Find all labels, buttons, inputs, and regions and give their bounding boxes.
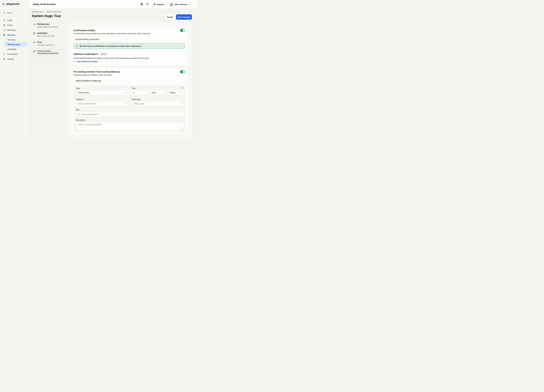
chevron-down-icon: [180, 103, 182, 105]
sparkles-icon: [146, 3, 149, 6]
sidebar-item-marketing[interactable]: Marketing: [0, 28, 29, 32]
calendar-icon: 12: [3, 34, 6, 36]
add-reminder-button[interactable]: Add a reminder or follow-up: [74, 78, 104, 83]
time-relation-select[interactable]: Before: [168, 90, 184, 95]
time-unit-select[interactable]: Hours: [149, 90, 167, 95]
type-select[interactable]: Create a task: [76, 90, 129, 95]
sidebar-item-settings[interactable]: Settings: [0, 57, 29, 61]
reminder-card-description: Schedule actions for before or after the…: [74, 74, 112, 76]
document-icon: [3, 24, 6, 26]
title-label: Title: [76, 109, 79, 111]
megaphone-icon: [33, 50, 36, 56]
sidebar-item-bookings[interactable]: Bookings: [0, 38, 29, 41]
confirmation-card-description: A confirmation email will be sent to the…: [74, 32, 150, 35]
step-title: Communication: [37, 50, 58, 52]
type-select-value: Create a task: [78, 92, 89, 94]
step-communication-selected[interactable]: Communication Automated emails/SMS: [32, 49, 64, 57]
action-type-label: Action type: [131, 98, 141, 100]
app-logo: playground: [2, 2, 19, 6]
time-relation-value: Before: [170, 92, 176, 94]
sidebar-item-label: Marketing: [7, 29, 16, 31]
step-availability[interactable]: Availability When leads can book: [32, 32, 64, 37]
plus-icon: [74, 61, 76, 63]
user-name: Diane Skinner: [175, 3, 187, 6]
add-additional-email-link[interactable]: Add additional email(s): [74, 60, 97, 63]
cancel-button[interactable]: Cancel: [165, 14, 175, 20]
sidebar-item-automations[interactable]: Automations: [0, 52, 29, 56]
confirmation-notice: We will send a confirmation to the prima…: [74, 43, 185, 49]
sidebar-item-leads[interactable]: Leads: [0, 18, 29, 22]
user-menu-button[interactable]: Diane Skinner: [168, 1, 192, 7]
search-label: Search: [6, 12, 12, 14]
sidebar-item-availability[interactable]: Availability: [0, 47, 29, 51]
step-meeting-type[interactable]: Meeting type Details about the meeting: [32, 23, 64, 28]
document-icon: [33, 41, 35, 47]
search-icon: [3, 12, 5, 14]
support-button[interactable]: Support: [151, 2, 166, 7]
step-subtitle: Automated emails/SMS: [37, 52, 58, 54]
reminder-toggle[interactable]: [180, 70, 185, 73]
meetings-submenu: Bookings Meeting types Availability: [0, 38, 29, 51]
sidebar-item-label: Leads: [7, 19, 12, 21]
step-title: Form: [37, 41, 54, 44]
settings-panel: Confirmation email(s) A confirmation ema…: [67, 22, 192, 138]
ai-assistant-button[interactable]: [146, 3, 149, 6]
sidebar-item-label: Forms: [7, 24, 12, 26]
avatar: [170, 2, 173, 6]
top-bar: Happy Hands Brooklyn Support: [29, 0, 197, 9]
sidebar-item-label: Bookings: [8, 39, 15, 41]
chevron-down-icon: [188, 3, 190, 5]
trash-icon: [182, 87, 183, 89]
optional-badge: Optional: [100, 53, 108, 56]
lightning-icon: [3, 53, 6, 55]
step-subtitle: The form leads fill out: [37, 44, 54, 47]
support-label: Support: [157, 3, 164, 6]
sidebar: playground Search Leads Forms Marke: [0, 0, 29, 142]
step-subtitle: Details about the meeting: [37, 26, 58, 28]
additional-emails-title: Additional emails/reply to: [74, 53, 98, 55]
breadcrumb: Meeting types / Harlem Hugs Tour: [32, 11, 61, 13]
assign-to-select[interactable]: Select a staff member: [76, 101, 129, 106]
delete-reminder-button[interactable]: [182, 87, 183, 89]
step-form[interactable]: Form The form leads fill out: [32, 41, 64, 47]
chevron-down-icon: [163, 92, 165, 94]
handshake-icon: [33, 23, 36, 28]
calendar-dots-icon: [33, 32, 35, 37]
additional-emails-description: Emails specified below will receive a co…: [74, 57, 149, 59]
title-input[interactable]: [76, 112, 184, 117]
confirmation-email-card: Confirmation email(s) A confirmation ema…: [71, 27, 188, 65]
step-title: Meeting type: [37, 23, 58, 26]
save-changes-button[interactable]: Save changes: [176, 14, 192, 20]
sidebar-item-label: Meetings: [7, 34, 15, 36]
breadcrumb-parent[interactable]: Meeting types: [32, 11, 43, 13]
svg-text:12: 12: [4, 35, 5, 36]
time-unit-value: Hours: [151, 92, 156, 94]
sidebar-item-label: Settings: [7, 58, 14, 60]
step-subtitle: When leads can book: [37, 35, 54, 37]
search-input[interactable]: Search: [1, 10, 27, 15]
gift-button[interactable]: [140, 3, 143, 6]
time-label: Time: [131, 87, 136, 89]
chevron-down-icon: [126, 103, 128, 105]
lifebuoy-icon: [153, 3, 156, 6]
confirmation-email-toggle[interactable]: [180, 29, 185, 32]
gear-icon: [3, 58, 6, 60]
gift-icon: [140, 3, 143, 6]
sidebar-item-meeting-types[interactable]: Meeting types: [5, 42, 27, 47]
sidebar-nav: Leads Forms Marketing 12 Meetings: [0, 18, 29, 62]
check-circle-icon: [76, 45, 78, 47]
confirmation-notice-text: We will send a confirmation to the prima…: [80, 45, 141, 47]
chevron-down-icon: [24, 29, 26, 31]
action-type-select[interactable]: Select a type: [131, 101, 184, 106]
booking-confirmation-select[interactable]: Default booking confirmation: [74, 37, 129, 42]
sidebar-item-label: Automations: [7, 53, 18, 55]
description-textarea[interactable]: [76, 122, 184, 130]
time-value-input[interactable]: [131, 90, 148, 95]
breadcrumb-separator: /: [45, 11, 45, 13]
booking-confirmation-select-value: Default booking confirmation: [75, 38, 99, 41]
reminder-card-title: Pre-meeting reminder / Post-meeting foll…: [74, 71, 120, 73]
workspace-name: Happy Hands Brooklyn: [33, 3, 56, 6]
sidebar-item-meetings[interactable]: 12 Meetings: [0, 33, 29, 37]
sidebar-item-forms[interactable]: Forms: [0, 23, 29, 27]
main-content: Meeting types / Harlem Hugs Tour Harlem …: [29, 9, 197, 142]
